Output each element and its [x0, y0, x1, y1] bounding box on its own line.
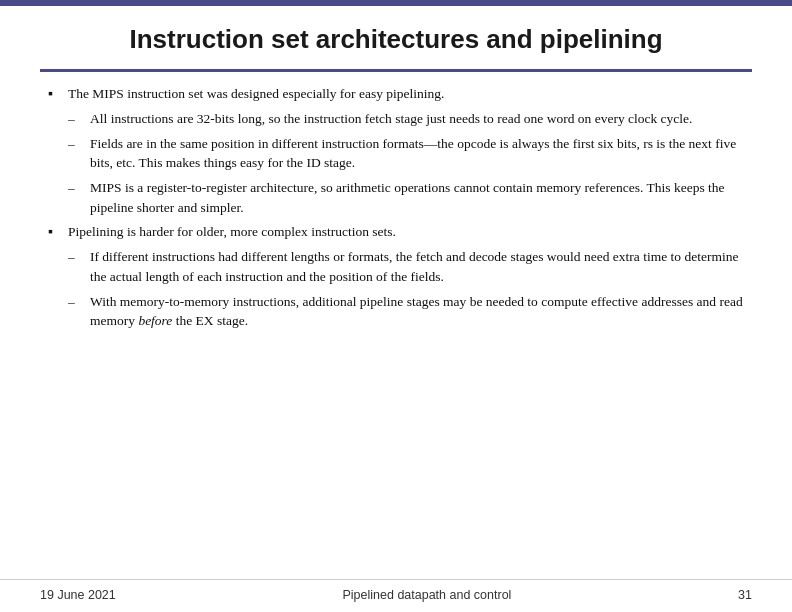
sub-marker-2-1: – — [68, 247, 90, 286]
sub-item-2-1: – If different instructions had differen… — [68, 247, 744, 286]
slide: Instruction set architectures and pipeli… — [0, 0, 792, 612]
title-section: Instruction set architectures and pipeli… — [0, 6, 792, 63]
footer-right: 31 — [738, 588, 752, 602]
sub-text-2-2-after: the EX stage. — [172, 313, 248, 328]
bullet-marker-2: ▪ — [48, 222, 68, 242]
sub-text-2-2: With memory-to-memory instructions, addi… — [90, 292, 744, 331]
sub-marker-2-2: – — [68, 292, 90, 331]
footer-center: Pipelined datapath and control — [342, 588, 511, 602]
footer: 19 June 2021 Pipelined datapath and cont… — [0, 579, 792, 612]
sub-marker-1-1: – — [68, 109, 90, 129]
bullet-text-1: The MIPS instruction set was designed es… — [68, 84, 744, 104]
bullet-item-2: ▪ Pipelining is harder for older, more c… — [48, 222, 744, 242]
bullet-text-2: Pipelining is harder for older, more com… — [68, 222, 744, 242]
footer-left: 19 June 2021 — [40, 588, 116, 602]
sub-text-2-1: If different instructions had different … — [90, 247, 744, 286]
sub-text-1-3: MIPS is a register-to-register architect… — [90, 178, 744, 217]
sub-text-2-2-italic: before — [138, 313, 172, 328]
sub-item-1-2: – Fields are in the same position in dif… — [68, 134, 744, 173]
sub-marker-1-3: – — [68, 178, 90, 217]
sub-item-2-2: – With memory-to-memory instructions, ad… — [68, 292, 744, 331]
sub-text-1-1: All instructions are 32-bits long, so th… — [90, 109, 744, 129]
bullet-marker-1: ▪ — [48, 84, 68, 104]
slide-title: Instruction set architectures and pipeli… — [40, 24, 752, 55]
sub-text-1-2: Fields are in the same position in diffe… — [90, 134, 744, 173]
content-area: ▪ The MIPS instruction set was designed … — [0, 72, 792, 579]
sub-marker-1-2: – — [68, 134, 90, 173]
sub-item-1-1: – All instructions are 32-bits long, so … — [68, 109, 744, 129]
sub-item-1-3: – MIPS is a register-to-register archite… — [68, 178, 744, 217]
bullet-item-1: ▪ The MIPS instruction set was designed … — [48, 84, 744, 104]
